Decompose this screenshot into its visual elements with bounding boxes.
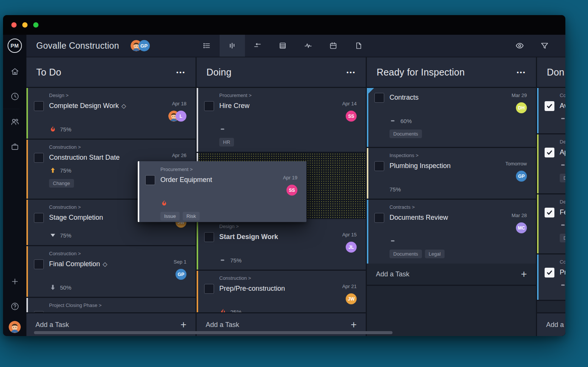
card-breadcrumb: De xyxy=(560,139,565,145)
eye-icon[interactable] xyxy=(515,41,525,51)
tab-sheet-view[interactable] xyxy=(270,35,296,57)
task-checkbox[interactable] xyxy=(34,153,44,163)
task-card[interactable]: Procurement >Hire CrewApr 14SSHR xyxy=(197,88,366,152)
task-card[interactable]: Inspections >Plumbing InspectionTomorrow… xyxy=(367,148,536,199)
due-date: Sep 1 xyxy=(174,259,186,265)
add-task-button[interactable]: Add a+ xyxy=(537,313,565,336)
card-title-row: Pr xyxy=(539,267,565,278)
checked-checkbox[interactable] xyxy=(545,148,554,157)
card-title: Hire Crew xyxy=(219,101,330,111)
assignee-avatars: GP xyxy=(516,171,527,182)
arrow-up-icon xyxy=(49,167,57,174)
sidebar-item-clock[interactable] xyxy=(3,84,26,109)
plus-icon: + xyxy=(351,320,357,330)
assignee-avatars: SS xyxy=(286,185,297,196)
add-task-button[interactable]: Add a Task+ xyxy=(367,264,536,285)
progress-indicator xyxy=(560,221,565,229)
task-card[interactable]: DeApD xyxy=(537,134,565,193)
task-card[interactable]: Construction >Final Completion◇Sep 1GP50… xyxy=(26,246,195,297)
tag-list: Documents xyxy=(389,130,530,138)
due-date: Mar 28 xyxy=(512,213,527,218)
task-card[interactable]: DeFeD xyxy=(537,194,565,253)
card-title: Start Design Work xyxy=(219,232,330,242)
task-card[interactable]: ContractsMar 29DH60%Documents xyxy=(367,88,536,147)
tab-board-view[interactable] xyxy=(220,35,245,57)
task-checkbox[interactable] xyxy=(34,311,44,312)
tag-list: D xyxy=(560,234,565,242)
task-checkbox[interactable] xyxy=(34,101,44,111)
task-checkbox[interactable] xyxy=(34,259,44,269)
sidebar-item-help[interactable] xyxy=(3,294,26,319)
card-meta: Sep 1GP xyxy=(160,259,186,280)
column-title: Ready for Inspection xyxy=(377,67,517,78)
column-menu-button[interactable]: ••• xyxy=(346,69,356,76)
sidebar-item-portfolio[interactable] xyxy=(3,134,26,159)
progress-value: 75% xyxy=(60,126,71,133)
checked-checkbox[interactable] xyxy=(545,101,554,111)
card-title: Order Equipment xyxy=(160,175,271,185)
tab-document-view[interactable] xyxy=(346,35,371,57)
due-date: Apr 15 xyxy=(342,232,357,237)
dragged-task-card[interactable]: Procurement >Order EquipmentApr 19SSIssu… xyxy=(138,161,306,222)
tag-list: DocumentsLegal xyxy=(389,250,530,258)
task-checkbox[interactable] xyxy=(374,161,384,171)
task-checkbox[interactable] xyxy=(374,93,384,103)
left-sidebar: PM xyxy=(3,35,26,336)
card-breadcrumb: Construction > xyxy=(49,144,189,150)
sidebar-user-avatar[interactable] xyxy=(9,321,21,333)
task-checkbox[interactable] xyxy=(34,213,44,223)
list-view-icon xyxy=(202,41,211,50)
column-header: To Do••• xyxy=(26,57,195,87)
checked-checkbox[interactable] xyxy=(545,208,554,217)
sidebar-item-home[interactable] xyxy=(3,59,26,84)
task-checkbox[interactable] xyxy=(374,213,384,223)
dash-icon xyxy=(389,117,397,125)
column-header: Doing••• xyxy=(197,57,366,87)
task-checkbox[interactable] xyxy=(145,175,155,185)
tab-list-view[interactable] xyxy=(194,35,220,57)
task-checkbox[interactable] xyxy=(204,232,214,242)
progress-value: 60% xyxy=(400,118,412,124)
assignee-avatars: SS xyxy=(346,111,357,122)
tag: Documents xyxy=(389,130,422,138)
plus-icon: + xyxy=(180,320,186,330)
column-menu-button[interactable]: ••• xyxy=(517,69,526,76)
task-card[interactable]: CoAv xyxy=(537,88,565,133)
task-card[interactable]: Project Closing Phase > xyxy=(26,298,195,312)
avatar: GP xyxy=(175,269,186,280)
task-card[interactable]: Construction >Prep/Pre-constructionApr 2… xyxy=(197,271,366,312)
column-menu-button[interactable]: ••• xyxy=(176,69,186,76)
task-card[interactable]: Design >Start Design WorkApr 15JL75% xyxy=(197,219,366,270)
task-checkbox[interactable] xyxy=(204,101,214,111)
sidebar-item-team[interactable] xyxy=(3,109,26,134)
horizontal-scrollbar[interactable] xyxy=(34,331,393,334)
dash-icon xyxy=(560,221,565,229)
progress-indicator: 75% xyxy=(219,256,360,264)
task-card[interactable]: CoPr xyxy=(537,254,565,300)
checked-checkbox[interactable] xyxy=(545,268,554,278)
tab-calendar-view[interactable] xyxy=(321,35,346,57)
close-window-button[interactable] xyxy=(11,22,17,28)
task-card[interactable]: Contracts >Documents ReviewMar 28MCDocum… xyxy=(367,200,536,264)
assignee-avatars: JL xyxy=(346,242,357,253)
tab-gantt-view[interactable] xyxy=(245,35,270,57)
card-title-row: Documents ReviewMar 28MC xyxy=(368,213,530,233)
task-card[interactable]: Design >Complete Design Work◇Apr 18L75% xyxy=(26,88,195,139)
task-checkbox[interactable] xyxy=(204,284,214,294)
document-view-icon xyxy=(354,41,363,50)
milestone-icon: ◇ xyxy=(103,261,107,267)
zoom-window-button[interactable] xyxy=(33,22,38,28)
sidebar-item-plus[interactable] xyxy=(3,269,26,294)
home-icon xyxy=(10,67,20,76)
minimize-window-button[interactable] xyxy=(22,22,28,28)
card-breadcrumb: Design > xyxy=(219,224,360,229)
card-breadcrumb: Construction > xyxy=(49,251,189,256)
progress-indicator xyxy=(219,125,360,133)
filter-icon[interactable] xyxy=(540,41,550,51)
avatar: DH xyxy=(516,102,527,113)
tab-activity-view[interactable] xyxy=(296,35,321,57)
due-date: Tomorrow xyxy=(505,161,527,167)
kanban-column: Don•••CoAvDeApDDeFeDCoPrAdd a+ xyxy=(537,57,565,336)
avatar: JL xyxy=(346,242,357,253)
project-members[interactable]: GP xyxy=(131,40,150,51)
